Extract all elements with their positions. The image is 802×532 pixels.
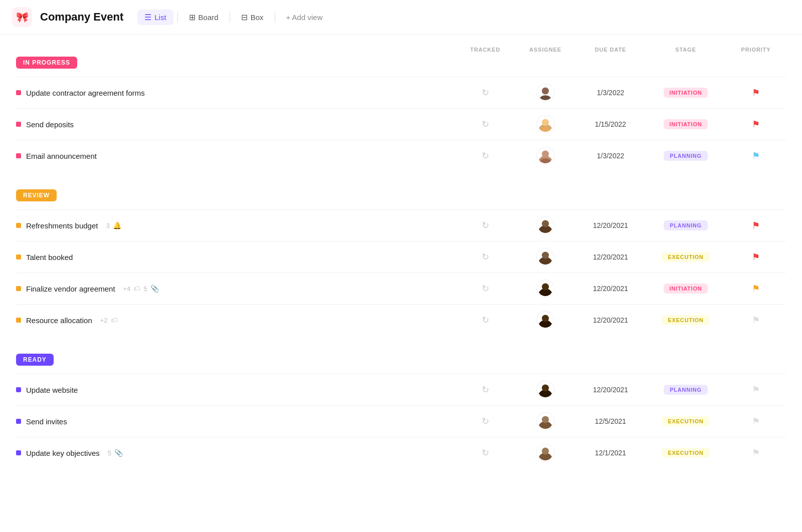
task-dot [16, 153, 21, 158]
priority-cell: ⚑ [726, 384, 786, 395]
tracked-cell[interactable]: ↻ [455, 251, 515, 262]
svg-point-9 [542, 220, 549, 227]
col-due-date: DUE DATE [575, 47, 646, 53]
task-name-cell: Finalize vendor agreement +4 🏷 5 📎 [16, 285, 455, 293]
task-name[interactable]: Email announcement [26, 152, 97, 160]
stage-badge: INITIATION [664, 284, 708, 294]
section-in-progress: IN PROGRESS Update contractor agreement … [16, 57, 786, 171]
refresh-icon: ↻ [482, 87, 489, 98]
stage-cell: INITIATION [646, 88, 726, 98]
task-name[interactable]: Update website [26, 386, 78, 394]
stage-badge: PLANNING [664, 385, 708, 395]
stage-cell: PLANNING [646, 385, 726, 395]
task-dot [16, 318, 21, 323]
tracked-cell[interactable]: ↻ [455, 119, 515, 130]
tracked-cell[interactable]: ↻ [455, 384, 515, 395]
task-dot [16, 450, 21, 455]
col-stage: STAGE [646, 47, 726, 53]
flag-icon: ⚑ [752, 416, 760, 427]
flag-icon: ⚑ [752, 447, 760, 458]
svg-point-27 [542, 447, 549, 454]
tracked-cell[interactable]: ↻ [455, 315, 515, 326]
task-name[interactable]: Refreshments budget [26, 221, 98, 230]
tab-list[interactable]: ☰ List [137, 10, 173, 25]
flag-icon: ⚑ [752, 119, 760, 130]
task-extras: 5 📎 [108, 449, 123, 457]
svg-point-6 [542, 150, 549, 157]
refresh-icon: ↻ [482, 315, 489, 326]
stage-badge: INITIATION [664, 119, 708, 129]
tab-divider-3 [275, 12, 275, 23]
notification-icon: 🔔 [113, 221, 121, 229]
tab-board-label: Board [198, 13, 219, 22]
refresh-icon: ↻ [482, 119, 489, 130]
svg-point-18 [542, 315, 549, 322]
refresh-icon: ↻ [482, 384, 489, 395]
refresh-icon: ↻ [482, 150, 489, 161]
due-date-cell: 12/20/2021 [575, 253, 646, 261]
stage-badge: INITIATION [664, 88, 708, 98]
table-row: Send invites ↻ 12/5/2021 EXECUTION ⚑ [16, 405, 786, 437]
task-name[interactable]: Finalize vendor agreement [26, 285, 115, 293]
task-name[interactable]: Update key objectives [26, 449, 100, 457]
add-view-button[interactable]: + Add view [279, 10, 330, 25]
avatar [537, 116, 554, 133]
svg-point-0 [542, 87, 549, 94]
flag-icon: ⚑ [752, 87, 760, 98]
table-row: Email announcement ↻ 1/3/2022 PLANNING ⚑ [16, 140, 786, 171]
main-content: TRACKED ASSIGNEE DUE DATE STAGE PRIORITY… [0, 35, 802, 498]
col-assignee: ASSIGNEE [515, 47, 575, 53]
svg-point-15 [542, 283, 549, 290]
section-review: REVIEW Refreshments budget 3 🔔 ↻ 12/20/2… [16, 189, 786, 336]
due-date-cell: 1/3/2022 [575, 89, 646, 97]
tracked-cell[interactable]: ↻ [455, 150, 515, 161]
task-name-cell: Resource allocation +2 🏷 [16, 316, 455, 325]
box-icon: ⊟ [241, 13, 248, 22]
table-row: Update website ↻ 12/20/2021 PLANNING ⚑ [16, 374, 786, 405]
due-date-cell: 1/3/2022 [575, 152, 646, 160]
stage-badge: PLANNING [664, 220, 708, 230]
task-name-cell: Update contractor agreement forms [16, 89, 455, 97]
assignee-cell [515, 381, 575, 398]
extra-count: +4 [123, 285, 131, 293]
attachment-icon: 📎 [114, 449, 123, 457]
flag-icon: ⚑ [752, 283, 760, 294]
stage-cell: EXECUTION [646, 315, 726, 325]
priority-cell: ⚑ [726, 315, 786, 326]
due-date-cell: 12/20/2021 [575, 221, 646, 229]
avatar [537, 444, 554, 461]
assignee-cell [515, 84, 575, 101]
task-name[interactable]: Resource allocation [26, 316, 92, 325]
task-name[interactable]: Send deposits [26, 120, 74, 129]
col-tracked: TRACKED [455, 47, 515, 53]
stage-cell: PLANNING [646, 220, 726, 230]
tab-board[interactable]: ⊞ Board [182, 10, 226, 25]
tab-box[interactable]: ⊟ Box [234, 10, 271, 25]
assignee-cell [515, 116, 575, 133]
task-name[interactable]: Update contractor agreement forms [26, 89, 145, 97]
stage-cell: INITIATION [646, 119, 726, 129]
assignee-cell [515, 280, 575, 297]
task-name[interactable]: Send invites [26, 417, 67, 426]
svg-point-21 [542, 384, 549, 391]
task-dot [16, 387, 21, 392]
table-row: Resource allocation +2 🏷 ↻ 12/20/2021 EX… [16, 304, 786, 336]
task-extras: 3 🔔 [106, 221, 121, 229]
priority-cell: ⚑ [726, 150, 786, 161]
priority-cell: ⚑ [726, 87, 786, 98]
task-name-cell: Update website [16, 386, 455, 394]
section-header-ready: READY [16, 354, 786, 366]
section-header-in-progress: IN PROGRESS [16, 57, 786, 69]
tracked-cell[interactable]: ↻ [455, 87, 515, 98]
tracked-cell[interactable]: ↻ [455, 447, 515, 458]
tracked-cell[interactable]: ↻ [455, 416, 515, 427]
task-name-cell: Send invites [16, 417, 455, 426]
tracked-cell[interactable]: ↻ [455, 220, 515, 231]
flag-icon: ⚑ [752, 384, 760, 395]
stage-cell: INITIATION [646, 284, 726, 294]
task-name[interactable]: Talent booked [26, 253, 73, 261]
extra-count: 3 [106, 222, 109, 229]
view-tabs: ☰ List ⊞ Board ⊟ Box + Add view [137, 10, 329, 25]
tracked-cell[interactable]: ↻ [455, 283, 515, 294]
flag-icon: ⚑ [752, 251, 760, 262]
